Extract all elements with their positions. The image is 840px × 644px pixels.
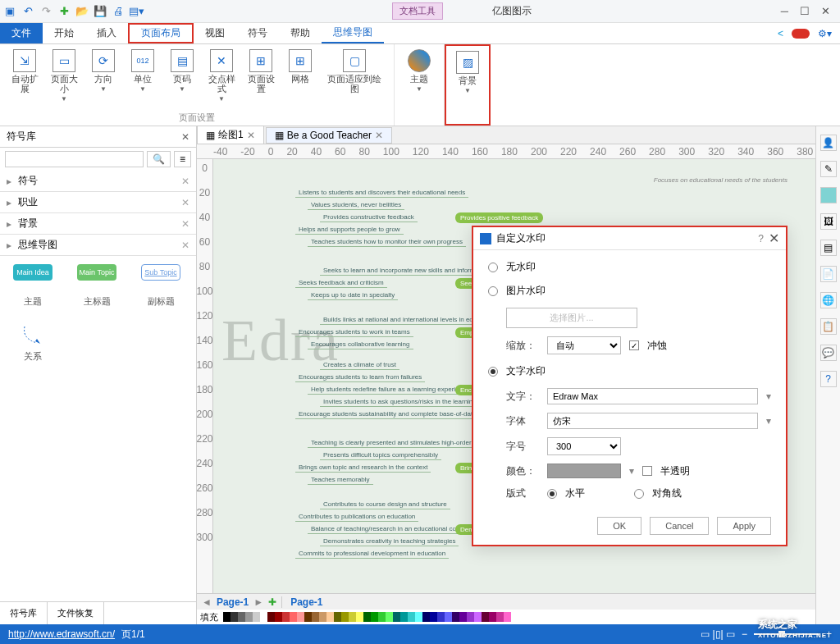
color-swatch[interactable] bbox=[467, 612, 474, 622]
menu-insert[interactable]: 插入 bbox=[85, 23, 128, 43]
ribbon-orientation[interactable]: ⟳方向▼ bbox=[85, 48, 121, 104]
mind-topic[interactable]: Keeps up to date in specialty bbox=[308, 290, 398, 300]
page-prev-icon[interactable]: ◄ bbox=[202, 596, 212, 608]
color-swatch[interactable] bbox=[400, 612, 408, 622]
shape-relation[interactable]: 关系 bbox=[8, 322, 57, 363]
radio-text-watermark[interactable]: 文字水印 bbox=[488, 364, 771, 378]
search-input[interactable] bbox=[5, 151, 144, 167]
color-swatch[interactable] bbox=[547, 464, 621, 478]
category-symbol[interactable]: ▸符号✕ bbox=[0, 171, 196, 192]
shape-main-topic[interactable]: Main Topic bbox=[72, 264, 121, 281]
color-swatch[interactable] bbox=[489, 612, 496, 622]
maximize-icon[interactable]: ☐ bbox=[800, 5, 810, 17]
mind-topic[interactable]: Encourages students to work in teams bbox=[295, 327, 413, 337]
color-swatch[interactable] bbox=[430, 612, 437, 622]
page-add-icon[interactable]: ✚ bbox=[268, 596, 276, 608]
color-swatch[interactable] bbox=[452, 612, 459, 622]
mind-topic[interactable]: Creates a climate of trust bbox=[320, 360, 399, 370]
ribbon-page-setup[interactable]: ⊞页面设置 bbox=[243, 48, 279, 104]
dialog-close-icon[interactable]: ✕ bbox=[769, 231, 779, 246]
mind-topic[interactable]: Balance of teaching/research in an educa… bbox=[308, 524, 473, 534]
mind-topic[interactable]: Demonstrates creativity in teaching stra… bbox=[320, 537, 459, 546]
save-icon[interactable]: 💾 bbox=[94, 5, 107, 18]
ribbon-auto-extend[interactable]: ⇲自动扩展 bbox=[7, 48, 43, 104]
menu-help[interactable]: 帮助 bbox=[279, 23, 322, 43]
color-swatch[interactable] bbox=[253, 612, 260, 622]
apply-button[interactable]: Apply bbox=[717, 517, 771, 535]
mind-topic[interactable]: Encourages students to learn from failur… bbox=[295, 372, 425, 382]
mind-topic[interactable]: Brings own topic and research in the con… bbox=[295, 463, 431, 473]
page-next-icon[interactable]: ► bbox=[253, 596, 263, 608]
color-swatch[interactable] bbox=[260, 612, 267, 622]
color-swatch[interactable] bbox=[238, 612, 245, 622]
rs-clip-icon[interactable]: 📋 bbox=[820, 318, 837, 335]
color-swatch[interactable] bbox=[304, 612, 312, 622]
rs-layers-icon[interactable]: ▤ bbox=[820, 240, 837, 256]
redo-icon[interactable]: ↷ bbox=[39, 5, 52, 18]
new-icon[interactable]: ✚ bbox=[57, 5, 71, 18]
color-swatch[interactable] bbox=[319, 612, 326, 622]
color-swatch[interactable] bbox=[223, 612, 231, 622]
mind-topic[interactable]: Values students, never belittles bbox=[308, 200, 404, 210]
ribbon-page-number[interactable]: ▤页码▼ bbox=[164, 48, 200, 104]
sync-icon[interactable] bbox=[792, 29, 810, 39]
ribbon-background[interactable]: ▨背景▼ bbox=[450, 49, 486, 96]
radio-no-watermark[interactable]: 无水印 bbox=[488, 260, 771, 274]
shape-zhubiaot[interactable]: 主标题 bbox=[72, 295, 121, 308]
color-swatch[interactable] bbox=[378, 612, 386, 622]
color-swatch[interactable] bbox=[386, 612, 393, 622]
color-swatch[interactable] bbox=[459, 612, 467, 622]
color-swatch[interactable] bbox=[341, 612, 349, 622]
category-mindmap[interactable]: ▸思维导图✕ bbox=[0, 235, 196, 256]
mind-topic[interactable]: Encourages collaborative learning bbox=[308, 340, 413, 349]
search-menu-icon[interactable]: ≡ bbox=[174, 151, 191, 167]
color-swatch[interactable] bbox=[267, 612, 275, 622]
panel-close-icon[interactable]: ✕ bbox=[181, 131, 189, 143]
shape-zhuti[interactable]: 主题 bbox=[8, 295, 57, 308]
shape-fubiaot[interactable]: 副标题 bbox=[136, 295, 185, 308]
size-select[interactable]: 300 bbox=[547, 437, 621, 455]
rs-help-icon[interactable]: ? bbox=[820, 371, 837, 387]
radio-diagonal[interactable] bbox=[634, 489, 644, 499]
choose-image-button[interactable]: 选择图片... bbox=[506, 308, 637, 328]
undo-icon[interactable]: ↶ bbox=[21, 5, 34, 18]
color-swatch[interactable] bbox=[245, 612, 253, 622]
ribbon-page-size[interactable]: ▭页面大小▼ bbox=[46, 48, 82, 104]
color-swatch[interactable] bbox=[326, 612, 334, 622]
color-swatch[interactable] bbox=[504, 612, 511, 622]
color-swatch[interactable] bbox=[482, 612, 489, 622]
color-swatch[interactable] bbox=[393, 612, 400, 622]
color-swatch[interactable] bbox=[290, 612, 297, 622]
menu-file[interactable]: 文件 bbox=[0, 23, 43, 43]
rs-image-icon[interactable]: 🖼 bbox=[820, 213, 837, 230]
status-url[interactable]: http://www.edrawsoft.cn/ bbox=[8, 628, 115, 640]
mind-topic[interactable]: Teaches memorably bbox=[308, 475, 373, 485]
ribbon-fit-to-drawing[interactable]: ▢页面适应到绘图 bbox=[322, 48, 387, 104]
shape-main-idea[interactable]: Main Idea bbox=[8, 264, 57, 281]
minimize-icon[interactable]: ─ bbox=[781, 5, 788, 17]
mind-topic[interactable]: Listens to students and discovers their … bbox=[295, 188, 468, 198]
ribbon-grid[interactable]: ⊞网格 bbox=[282, 48, 318, 104]
color-swatch[interactable] bbox=[496, 612, 504, 622]
color-swatch[interactable] bbox=[437, 612, 445, 622]
category-career[interactable]: ▸职业✕ bbox=[0, 192, 196, 213]
category-background[interactable]: ▸背景✕ bbox=[0, 213, 196, 235]
doc-tab-1[interactable]: ▦绘图1✕ bbox=[197, 126, 264, 144]
text-input[interactable] bbox=[547, 388, 758, 404]
color-swatch[interactable] bbox=[356, 612, 363, 622]
menu-symbol[interactable]: 符号 bbox=[236, 23, 279, 43]
rs-globe-icon[interactable]: 🌐 bbox=[820, 292, 837, 308]
color-swatch[interactable] bbox=[334, 612, 341, 622]
color-swatch[interactable] bbox=[282, 612, 290, 622]
color-swatch[interactable] bbox=[371, 612, 378, 622]
font-input[interactable] bbox=[547, 413, 758, 429]
menu-start[interactable]: 开始 bbox=[43, 23, 85, 43]
color-swatch[interactable] bbox=[231, 612, 238, 622]
mind-topic[interactable]: Seeks feedback and criticism bbox=[295, 278, 387, 288]
close-icon[interactable]: ✕ bbox=[821, 5, 830, 17]
panel-tab-recovery[interactable]: 文件恢复 bbox=[48, 602, 104, 624]
rs-comment-icon[interactable]: 💬 bbox=[820, 345, 837, 361]
semi-checkbox[interactable] bbox=[642, 466, 652, 476]
color-swatch[interactable] bbox=[445, 612, 452, 622]
ribbon-theme[interactable]: 主题▼ bbox=[401, 48, 437, 94]
